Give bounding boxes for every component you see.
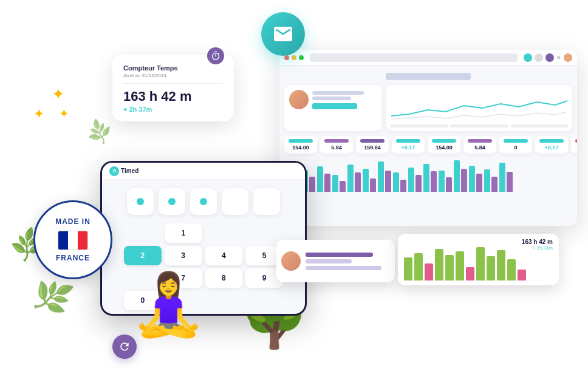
badge-text-bottom: FRANCE	[56, 254, 90, 262]
main-scene: ✦ ✦ ✦ 🌿 🌿 🌿 ✿ 🌿 Compteur Temps Arret au …	[0, 0, 588, 377]
bar-8-teal	[393, 172, 399, 192]
key-4[interactable]: 4	[205, 246, 243, 265]
bar-9-teal	[408, 168, 414, 192]
bar-3-purple	[324, 174, 330, 192]
timed-logo-text: Timed	[121, 168, 138, 174]
popup-line-3	[306, 266, 381, 270]
time-counter-value: 163 h 42 m	[123, 89, 223, 104]
bar-15-purple	[507, 172, 513, 192]
pin-dot-box-2	[159, 188, 185, 215]
character-figure: 🧘‍♀️	[135, 237, 202, 335]
bar-14-purple	[491, 177, 497, 192]
dashboard-topbar: ✕	[279, 50, 577, 66]
stat-value-5: 154.00	[432, 144, 456, 151]
popup-bar-10	[497, 250, 505, 280]
stat-value-1: 154.00	[289, 144, 313, 151]
topbar-icon-2	[535, 53, 543, 62]
stat-value-4: +8.17	[396, 144, 420, 151]
french-flag-icon	[58, 231, 88, 250]
stat-box-8: +8,17	[535, 136, 568, 154]
badge-container: MADE IN FRANCE	[33, 200, 112, 279]
popup-bar-5	[445, 255, 454, 280]
email-bubble	[261, 12, 305, 56]
badge-text-top: MADE IN	[55, 217, 91, 226]
stat-value-8: +8,17	[539, 144, 564, 151]
bar-3-teal	[317, 166, 323, 192]
bar-6-purple	[370, 178, 376, 192]
stat-value-3: 159.84	[360, 144, 385, 151]
bar-popup: 163 h 42 m + 25,31m	[398, 234, 559, 285]
bar-5-purple	[355, 172, 361, 192]
topbar-icon-1	[524, 53, 532, 62]
pin-dot-1	[137, 198, 144, 205]
dashboard-profile-row	[284, 85, 572, 131]
popup-bar-7	[466, 267, 474, 280]
refresh-icon	[118, 341, 131, 353]
stat-box-1: 154.00	[284, 136, 317, 154]
dashboard-window: ✕	[279, 50, 577, 226]
popup-label-main: 163 h 42 m	[522, 239, 553, 245]
time-counter-divider	[123, 83, 223, 84]
dashboard-title-bar	[386, 73, 471, 80]
popup-lines	[306, 253, 390, 270]
popup-bar-9	[487, 256, 495, 280]
topbar-avatar	[564, 53, 572, 62]
star-icon-1: ✦	[52, 85, 65, 104]
timed-brand: ⊙ Timed	[109, 166, 138, 176]
time-counter-delta: + 2h 37m	[123, 106, 223, 113]
bar-10-teal	[423, 164, 429, 192]
leaf-icon-top: 🌿	[84, 117, 114, 148]
bar-15-teal	[499, 163, 505, 192]
pin-dot-2	[168, 198, 176, 205]
bar-13-purple	[476, 174, 482, 192]
topbar-x-icon: ✕	[556, 55, 561, 61]
popup-bar-2	[414, 253, 423, 280]
bar-9-purple	[415, 175, 422, 192]
flag-blue	[58, 231, 68, 250]
flag-white	[68, 231, 78, 250]
pin-dots-row	[112, 188, 295, 215]
bar-2-purple	[309, 177, 315, 192]
profile-line-2	[312, 97, 351, 100]
stat-box-9: -2.33	[571, 136, 577, 154]
profile-tag	[312, 103, 357, 109]
made-in-france-badge: MADE IN FRANCE	[33, 200, 112, 279]
bar-5-teal	[347, 165, 354, 192]
popup-bar-1	[404, 257, 412, 280]
key-8[interactable]: 8	[205, 268, 243, 288]
bar-11-teal	[439, 171, 445, 192]
popup-bar-11	[507, 259, 516, 280]
stat-value-2: 5.84	[324, 144, 349, 151]
bar-11-purple	[446, 177, 452, 192]
topbar-icons: ✕	[524, 53, 572, 62]
bar-7-purple	[385, 171, 391, 192]
timed-logo-icon: ⊙	[109, 166, 119, 176]
popup-avatar	[281, 251, 301, 271]
bar-12-purple	[461, 169, 467, 192]
line-chart	[390, 89, 569, 122]
bar-8-purple	[400, 180, 406, 192]
stat-box-5: 154.00	[428, 136, 460, 154]
email-icon	[272, 23, 294, 45]
bar-13-teal	[469, 166, 475, 192]
timer-icon	[207, 47, 224, 64]
time-counter-subtitle: Arret au 31/12/2024	[123, 73, 223, 78]
popup-bar-6	[456, 251, 464, 280]
pin-dot-3	[200, 198, 207, 205]
stat-box-6: 5.84	[463, 136, 496, 154]
star-icon-2: ✦	[33, 106, 44, 122]
stat-box-4: +8.17	[392, 136, 425, 154]
refresh-button[interactable]	[112, 335, 137, 359]
bar-10-purple	[431, 171, 437, 192]
topbar-search-bar	[310, 53, 518, 62]
leaf-icon-bottom: 🌿	[29, 274, 76, 320]
popup-line-2	[306, 259, 352, 263]
popup-bar-8	[476, 247, 485, 280]
time-counter-card: Compteur Temps Arret au 31/12/2024 163 h…	[112, 55, 234, 121]
stat-value-9: -2.33	[575, 144, 577, 151]
dashboard-body: 154.00 5.84 159.84 +8.17 154.00	[279, 66, 577, 197]
popup-bar-3	[425, 263, 433, 280]
star-icon-3: ✦	[59, 106, 69, 121]
profile-line-1	[312, 91, 364, 95]
bar-6-teal	[363, 169, 369, 192]
